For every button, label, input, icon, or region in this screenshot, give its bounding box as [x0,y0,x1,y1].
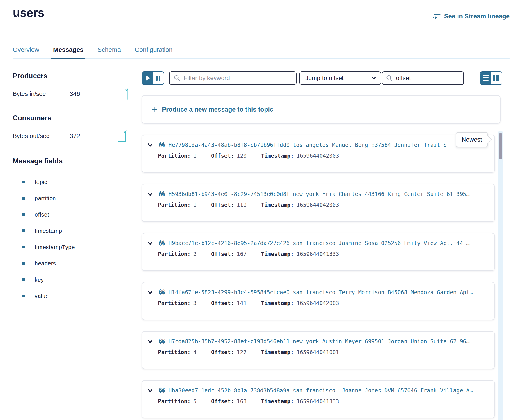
message-row[interactable]: ��He77981da-4a43-48ab-b8f8-cb71b96ffdd0l… [147,142,489,148]
timestamp-value: 1659644042003 [297,300,339,306]
messages-panel: Jump to offset [142,71,504,418]
message-card: ��H5936db81-b943-4e0f-8c29-74513e0c0d8fn… [142,184,495,222]
chevron-down-icon[interactable] [147,289,153,296]
produce-message-label: Produce a new message to this topic [162,106,273,113]
replacement-char-icon: �� [159,240,165,247]
partition-value: 2 [193,251,197,257]
offset-value: 120 [237,153,246,159]
message-key: H9bacc71c-b12c-4216-8e95-2a7da727e426 [169,240,290,247]
pause-button[interactable] [153,72,163,84]
messages-scrollbar-track[interactable] [498,131,503,420]
stream-lineage-link[interactable]: See in Stream lineage [432,13,510,20]
square-bullet-icon [22,213,25,216]
square-bullet-icon [22,229,25,232]
search-icon [386,75,393,82]
replacement-char-icon: �� [159,387,165,394]
message-value: san francisco Terry Morrison 845068 Mend… [293,289,473,296]
message-key: H5936db81-b943-4e0f-8c29-74513e0c0d8f [169,191,290,197]
field-item-partition[interactable]: partition [13,190,130,206]
message-row[interactable]: ��Hba30eed7-1edc-452b-8b1a-738d3b5d8a9as… [147,387,489,394]
message-summary: ��H14fa67fe-5823-4299-b3c4-595845cfcae0s… [159,289,473,296]
square-bullet-icon [22,180,25,183]
timestamp-label: Timestamp: [261,251,294,257]
tab-bar: Overview Messages Schema Configuration [13,46,510,59]
tab-messages[interactable]: Messages [53,46,84,59]
newest-tooltip-label: Newest [462,136,482,143]
message-row[interactable]: ��H9bacc71c-b12c-4216-8e95-2a7da727e426s… [147,240,489,247]
chevron-down-icon[interactable] [147,191,153,197]
message-meta: Partition:2 Offset:167 Timestamp:1659644… [147,251,489,257]
timestamp-label: Timestamp: [261,202,294,208]
column-view-button[interactable] [491,72,502,84]
list-view-button[interactable] [480,72,491,84]
timestamp-value: 1659644041001 [297,349,339,355]
offset-input[interactable] [396,75,460,82]
topic-stats-sidebar: Producers Bytes in/sec 346 Consumers Byt… [13,72,130,304]
partition-label: Partition: [158,398,191,405]
message-row[interactable]: ��H7cda825b-35b7-4952-88ef-c193d546eb11n… [147,338,489,345]
partition-value: 5 [193,398,197,405]
message-value: new york Erik Charles 443166 King Center… [293,191,470,197]
field-item-timestamp[interactable]: timestamp [13,223,130,239]
offset-label: Offset: [211,349,234,355]
offset-label: Offset: [211,251,234,257]
offset-search [382,71,464,85]
field-item-topic[interactable]: topic [13,174,130,190]
chevron-down-icon[interactable] [147,240,153,247]
bytes-out-value: 372 [70,133,118,140]
chevron-down-icon[interactable] [147,387,153,394]
message-fields-heading: Message fields [13,157,130,165]
column-view-icon [493,75,500,81]
chevron-down-icon[interactable] [147,338,153,345]
play-button[interactable] [142,72,153,84]
partition-label: Partition: [158,300,191,306]
message-card: ��H14fa67fe-5823-4299-b3c4-595845cfcae0s… [142,282,495,320]
message-row[interactable]: ��H5936db81-b943-4e0f-8c29-74513e0c0d8fn… [147,191,489,197]
bytes-in-value: 346 [70,90,118,98]
offset-label: Offset: [211,202,234,208]
message-key: He77981da-4a43-48ab-b8f8-cb71b96ffdd0 [169,142,290,148]
plus-icon [151,106,158,113]
message-card: ��Hba30eed7-1edc-452b-8b1a-738d3b5d8a9as… [142,380,495,418]
bytes-in-metric: Bytes in/sec 346 [13,87,130,100]
timestamp-value: 1659644041333 [297,251,339,257]
square-bullet-icon [22,278,25,281]
message-value: san francisco Jasmine Sosa 025256 Emily … [293,240,470,247]
jump-to-select[interactable]: Jump to offset [300,71,381,85]
consumers-heading: Consumers [13,114,130,122]
timestamp-value: 1659644041333 [297,398,339,405]
field-item-key[interactable]: key [13,271,130,288]
field-item-offset[interactable]: offset [13,206,130,223]
tab-configuration[interactable]: Configuration [135,46,173,59]
message-meta: Partition:5 Offset:163 Timestamp:1659644… [147,398,489,405]
partition-value: 1 [193,153,197,159]
message-card: ��He77981da-4a43-48ab-b8f8-cb71b96ffdd0l… [142,135,495,173]
partition-value: 4 [193,349,197,355]
field-item-timestamptype[interactable]: timestampType [13,239,130,255]
tab-overview[interactable]: Overview [13,46,39,59]
chevron-down-icon[interactable] [367,72,381,84]
replacement-char-icon: �� [159,289,165,296]
partition-value: 3 [193,300,197,306]
replacement-char-icon: �� [159,338,165,345]
field-item-value[interactable]: value [13,288,130,304]
message-row[interactable]: ��H14fa67fe-5823-4299-b3c4-595845cfcae0s… [147,289,489,296]
timestamp-label: Timestamp: [261,349,294,355]
partition-label: Partition: [158,153,191,159]
field-item-headers[interactable]: headers [13,255,130,271]
filter-keyword-input[interactable] [184,75,292,82]
tab-schema[interactable]: Schema [98,46,121,59]
bytes-out-sparkline [118,130,130,142]
timestamp-value: 1659644042003 [297,202,339,208]
square-bullet-icon [22,246,25,248]
square-bullet-icon [22,295,25,297]
timestamp-label: Timestamp: [261,300,294,306]
offset-value: 127 [237,349,246,355]
messages-scrollbar-thumb[interactable] [499,133,502,159]
search-icon [174,75,181,82]
newest-tooltip: Newest [456,132,488,147]
offset-value: 163 [237,398,246,405]
square-bullet-icon [22,197,25,200]
produce-message-button[interactable]: Produce a new message to this topic [142,95,501,124]
chevron-down-icon[interactable] [147,142,153,148]
